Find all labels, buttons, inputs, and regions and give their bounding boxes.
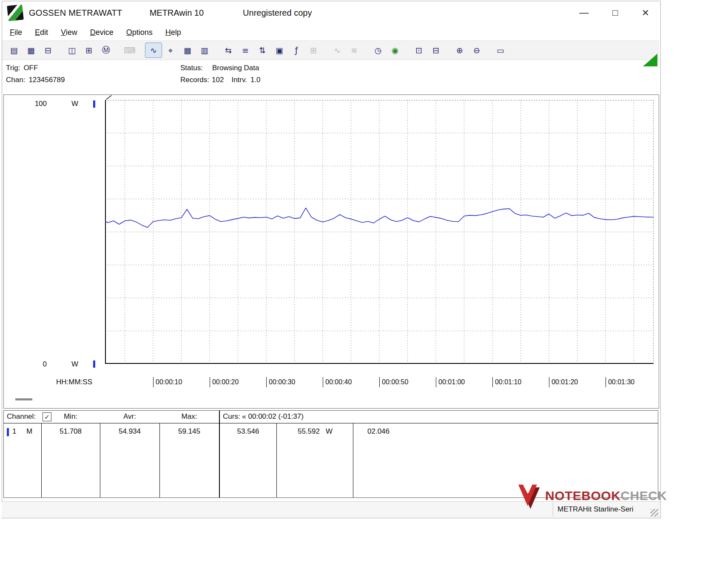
y-axis-max-label: 100 xyxy=(30,100,47,108)
chart-scroll-handle[interactable] xyxy=(15,398,32,400)
x-tick-label: 00:00:40 xyxy=(323,377,352,387)
menu-device[interactable]: Device xyxy=(84,26,120,40)
monitor-icon[interactable]: ▣ xyxy=(271,43,288,58)
row-channel-mode: M xyxy=(26,427,32,436)
watermark-word2: CHECK xyxy=(620,489,667,503)
close-button[interactable]: × xyxy=(642,8,649,17)
records-status: Records:102Intrv.1.0 xyxy=(180,76,261,84)
y-axis-min-label: 0 xyxy=(30,360,47,369)
save-data-icon[interactable]: ▤ xyxy=(6,43,23,58)
minimize-button[interactable]: — xyxy=(579,8,589,17)
table-divider xyxy=(219,411,220,497)
x-tick-label: 00:01:20 xyxy=(549,377,578,387)
header-min: Min: xyxy=(41,412,100,421)
channel-list-icon[interactable]: ⇅ xyxy=(254,43,271,58)
y-axis-unit-top: W xyxy=(71,100,78,108)
app-title: METRAwin 10 xyxy=(150,8,204,18)
chan-label: Chan: xyxy=(6,76,25,84)
y-axis-unit-bottom: W xyxy=(71,360,78,369)
cursor-marker-bottom[interactable] xyxy=(93,360,95,368)
menu-view[interactable]: View xyxy=(54,26,84,40)
title-bar: GOSSEN METRAWATT METRAwin 10 Unregistere… xyxy=(2,1,660,25)
header-cursor: Curs: « 00:00:02 (-01:37) xyxy=(223,412,304,421)
yt-chart-icon[interactable]: ∿ xyxy=(145,43,162,58)
data-transfer-icon[interactable]: ⇆ xyxy=(220,43,237,58)
intrv-value: 1.0 xyxy=(250,76,261,84)
x-tick-label: 00:00:20 xyxy=(210,377,239,387)
channel-color-marker xyxy=(7,428,9,436)
table-view-icon[interactable]: ▦ xyxy=(179,43,196,58)
menu-options[interactable]: Options xyxy=(120,26,159,40)
header-channel: Channel: xyxy=(7,412,36,421)
toolbar: ▤▦⊟◫⊞Ⓜ⌨∿⌖▦▥⇆≡⇅▣ƒ⊞∿≋◷◉⊡⊟⊕⊖▭ xyxy=(2,40,660,60)
device-settings-icon[interactable]: ≡ xyxy=(237,43,254,58)
trig-value: OFF xyxy=(23,64,38,72)
status-value: Browsing Data xyxy=(212,64,259,72)
cursor-marker-top[interactable] xyxy=(93,100,95,108)
browse-status: Status:Browsing Data xyxy=(180,64,259,72)
row-max-value: 59.145 xyxy=(159,427,219,436)
zoom-out-icon[interactable]: ⊖ xyxy=(468,43,485,58)
gossen-metrawatt-logo-icon xyxy=(7,4,24,21)
wave-signal-icon[interactable]: ≋ xyxy=(346,43,363,58)
corner-triangle-icon xyxy=(643,54,657,66)
note-icon[interactable]: ▭ xyxy=(492,43,509,58)
header-avr: Avr: xyxy=(100,412,159,421)
brand-title: GOSSEN METRAWATT xyxy=(29,8,122,18)
x-tick-label: 00:01:10 xyxy=(492,377,521,387)
xy-chart-icon[interactable]: ⌖ xyxy=(162,43,179,58)
records-label: Records: xyxy=(180,76,209,84)
channel-status: Chan:123456789 xyxy=(6,76,65,84)
cursor2-unit: W xyxy=(326,427,333,435)
intrv-label: Intrv. xyxy=(231,76,247,84)
menu-bar: FileEditViewDeviceOptionsHelp xyxy=(3,25,188,40)
row-cursor2-value: 55.592W xyxy=(277,427,353,436)
menu-file[interactable]: File xyxy=(3,26,28,40)
notebookcheck-watermark: NOTEBOOKCHECK xyxy=(514,480,667,512)
device-read-icon[interactable]: ◫ xyxy=(63,43,80,58)
print-icon[interactable]: ⊡ xyxy=(410,43,427,58)
device-memory-icon[interactable]: ⊞ xyxy=(80,43,97,58)
chan-value: 123456789 xyxy=(28,76,65,84)
x-tick-label: 00:01:30 xyxy=(606,377,634,387)
clock-icon[interactable]: ◷ xyxy=(370,43,387,58)
device-mode-icon[interactable]: Ⓜ xyxy=(97,43,114,58)
x-tick-label: 00:00:30 xyxy=(266,377,295,387)
x-tick-label: 00:00:50 xyxy=(379,377,408,387)
trigger-status: Trig:OFF xyxy=(6,64,38,72)
numeric-display-icon[interactable]: ⌨ xyxy=(121,43,138,58)
trig-label: Trig: xyxy=(6,64,20,72)
zoom-in-icon[interactable]: ⊕ xyxy=(451,43,468,58)
watermark-word1: NOTEBOOK xyxy=(545,489,620,503)
formula-icon[interactable]: ƒ xyxy=(288,43,305,58)
license-label: Unregistered copy xyxy=(243,8,312,18)
row-delta-value: 02.046 xyxy=(367,427,390,436)
bar-graph-icon[interactable]: ▥ xyxy=(196,43,213,58)
menu-edit[interactable]: Edit xyxy=(28,26,54,40)
status-label: Status: xyxy=(180,64,203,72)
menu-help[interactable]: Help xyxy=(159,26,188,40)
row-min-value: 51.708 xyxy=(41,427,100,436)
row-cursor1-value: 53.546 xyxy=(220,427,276,436)
save-config-icon[interactable]: ▦ xyxy=(23,43,40,58)
records-value: 102 xyxy=(212,76,224,84)
chart-plot-area[interactable] xyxy=(105,100,654,364)
stopwatch-icon[interactable]: ◉ xyxy=(387,43,404,58)
x-tick-label: 00:01:00 xyxy=(436,377,465,387)
calculator-icon[interactable]: ⊞ xyxy=(305,43,322,58)
table-divider xyxy=(276,423,277,497)
x-axis-labels: 00:00:1000:00:2000:00:3000:00:4000:00:50… xyxy=(0,377,728,388)
open-file-icon[interactable]: ⊟ xyxy=(40,43,57,58)
row-avr-value: 54.934 xyxy=(100,427,159,436)
x-tick-label: 00:00:10 xyxy=(153,377,182,387)
header-max: Max: xyxy=(159,412,219,421)
table-header-divider xyxy=(3,423,658,423)
maximize-button[interactable]: □ xyxy=(612,8,618,17)
print-preview-icon[interactable]: ⊟ xyxy=(427,43,444,58)
notebookcheck-logo-icon xyxy=(514,480,543,512)
table-divider xyxy=(353,423,353,497)
analog-signal-icon[interactable]: ∿ xyxy=(329,43,346,58)
cursor2-number: 55.592 xyxy=(298,427,320,435)
row-channel-number: 1 xyxy=(12,427,16,436)
